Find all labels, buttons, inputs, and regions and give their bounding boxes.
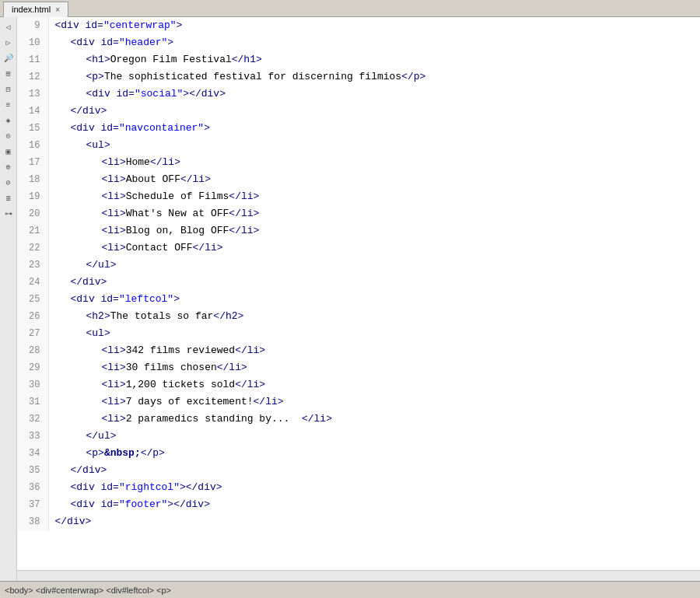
code-scroll-area[interactable]: 9<div id="centerwrap">10<div id="header"…: [17, 17, 700, 570]
table-row: 26<h2>The totals so far</h2>: [17, 308, 700, 325]
line-content[interactable]: <li>30 films chosen</li>: [48, 359, 700, 376]
line-number: 29: [17, 359, 48, 376]
tool-icon-5[interactable]: ⊟: [2, 82, 16, 96]
editor-area: ◁ ▷ 🔎 ⊞ ⊟ ≡ ◈ ⊙ ▣ ⊕ ⊘ ≣ ⊶ 9<div id="cent…: [0, 17, 700, 581]
table-row: 18<li>About OFF</li>: [17, 171, 700, 188]
line-number: 22: [17, 240, 48, 257]
line-content[interactable]: <li>Contact OFF</li>: [48, 240, 700, 257]
table-row: 29<li>30 films chosen</li>: [17, 359, 700, 376]
line-content[interactable]: <div id="navcontainer">: [48, 120, 700, 137]
table-row: 15<div id="navcontainer">: [17, 120, 700, 137]
table-row: 37<div id="footer"></div>: [17, 496, 700, 513]
line-content[interactable]: <li>1,200 tickets sold</li>: [48, 376, 700, 393]
table-row: 28<li>342 films reviewed</li>: [17, 342, 700, 359]
line-content[interactable]: <li>Home</li>: [48, 154, 700, 171]
line-content[interactable]: <h1>Oregon Film Festival</h1>: [48, 51, 700, 68]
line-number: 19: [17, 188, 48, 205]
line-content[interactable]: <ul>: [48, 325, 700, 342]
table-row: 31<li>7 days of excitement!</li>: [17, 393, 700, 411]
file-tab[interactable]: index.html ×: [3, 2, 68, 17]
table-row: 17<li>Home</li>: [17, 154, 700, 171]
line-content[interactable]: <div id="centerwrap">: [48, 17, 700, 34]
line-content[interactable]: <p>The sophisticated festival for discer…: [48, 68, 700, 86]
tool-icon-10[interactable]: ⊕: [2, 160, 16, 174]
line-number: 31: [17, 393, 48, 411]
line-content[interactable]: </div>: [48, 462, 700, 479]
line-content[interactable]: <ul>: [48, 137, 700, 154]
icons-panel: ◁ ▷ 🔎 ⊞ ⊟ ≡ ◈ ⊙ ▣ ⊕ ⊘ ≣ ⊶: [0, 17, 17, 581]
line-number: 13: [17, 86, 48, 103]
line-content[interactable]: <div id="rightcol"></div>: [48, 479, 700, 496]
table-row: 11<h1>Oregon Film Festival</h1>: [17, 51, 700, 68]
table-row: 10<div id="header">: [17, 34, 700, 51]
line-number: 32: [17, 411, 48, 428]
breadcrumb: <body> <div#centerwrap> <div#leftcol> <p…: [5, 586, 171, 595]
line-number: 17: [17, 154, 48, 171]
line-number: 36: [17, 479, 48, 496]
tool-icon-11[interactable]: ⊘: [2, 176, 16, 190]
line-content[interactable]: <p>&nbsp;</p>: [48, 445, 700, 462]
line-content[interactable]: <div id="header">: [48, 34, 700, 51]
line-content[interactable]: <h2>The totals so far</h2>: [48, 308, 700, 325]
line-number: 38: [17, 513, 48, 530]
code-table: 9<div id="centerwrap">10<div id="header"…: [17, 17, 700, 530]
line-content[interactable]: <div id="leftcol">: [48, 291, 700, 308]
table-row: 23</ul>: [17, 257, 700, 274]
tool-icon-4[interactable]: ⊞: [2, 67, 16, 81]
code-container: 9<div id="centerwrap">10<div id="header"…: [17, 17, 700, 581]
table-row: 20<li>What's New at OFF</li>: [17, 205, 700, 222]
table-row: 30<li>1,200 tickets sold</li>: [17, 376, 700, 393]
line-content[interactable]: <li>What's New at OFF</li>: [48, 205, 700, 222]
line-content[interactable]: <div id="social"></div>: [48, 86, 700, 103]
line-number: 35: [17, 462, 48, 479]
tool-icon-6[interactable]: ≡: [2, 98, 16, 112]
main-window: index.html × ◁ ▷ 🔎 ⊞ ⊟ ≡ ◈ ⊙ ▣ ⊕ ⊘ ≣ ⊶: [0, 0, 700, 598]
line-number: 25: [17, 291, 48, 308]
line-content[interactable]: <li>342 films reviewed</li>: [48, 342, 700, 359]
line-number: 9: [17, 17, 48, 34]
line-number: 11: [17, 51, 48, 68]
line-number: 28: [17, 342, 48, 359]
line-number: 33: [17, 428, 48, 445]
table-row: 14</div>: [17, 103, 700, 120]
line-number: 15: [17, 120, 48, 137]
line-number: 21: [17, 222, 48, 240]
line-number: 23: [17, 257, 48, 274]
tool-icon-2[interactable]: ▷: [2, 36, 16, 50]
line-number: 26: [17, 308, 48, 325]
tool-icon-12[interactable]: ≣: [2, 191, 16, 205]
horizontal-scrollbar[interactable]: [17, 570, 700, 581]
table-row: 35</div>: [17, 462, 700, 479]
line-number: 10: [17, 34, 48, 51]
tool-icon-9[interactable]: ▣: [2, 145, 16, 159]
line-number: 24: [17, 274, 48, 291]
table-row: 16<ul>: [17, 137, 700, 154]
line-number: 14: [17, 103, 48, 120]
table-row: 21<li>Blog on, Blog OFF</li>: [17, 222, 700, 240]
line-content[interactable]: <li>Blog on, Blog OFF</li>: [48, 222, 700, 240]
table-row: 36<div id="rightcol"></div>: [17, 479, 700, 496]
tool-icon-8[interactable]: ⊙: [2, 129, 16, 143]
tool-icon-13[interactable]: ⊶: [2, 207, 16, 221]
line-content[interactable]: </div>: [48, 274, 700, 291]
tab-close-button[interactable]: ×: [55, 5, 60, 14]
table-row: 19<li>Schedule of Films</li>: [17, 188, 700, 205]
tool-icon-1[interactable]: ◁: [2, 20, 16, 34]
line-content[interactable]: </div>: [48, 103, 700, 120]
line-content[interactable]: <div id="footer"></div>: [48, 496, 700, 513]
line-number: 16: [17, 137, 48, 154]
line-content[interactable]: <li>7 days of excitement!</li>: [48, 393, 700, 411]
line-content[interactable]: <li>Schedule of Films</li>: [48, 188, 700, 205]
tool-icon-3[interactable]: 🔎: [2, 51, 16, 65]
tool-icon-7[interactable]: ◈: [2, 114, 16, 128]
table-row: 13<div id="social"></div>: [17, 86, 700, 103]
line-number: 37: [17, 496, 48, 513]
line-content[interactable]: <li>About OFF</li>: [48, 171, 700, 188]
line-content[interactable]: <li>2 paramedics standing by... </li>: [48, 411, 700, 428]
table-row: 33</ul>: [17, 428, 700, 445]
line-content[interactable]: </ul>: [48, 428, 700, 445]
table-row: 25<div id="leftcol">: [17, 291, 700, 308]
line-number: 30: [17, 376, 48, 393]
line-content[interactable]: </ul>: [48, 257, 700, 274]
line-content[interactable]: </div>: [48, 513, 700, 530]
